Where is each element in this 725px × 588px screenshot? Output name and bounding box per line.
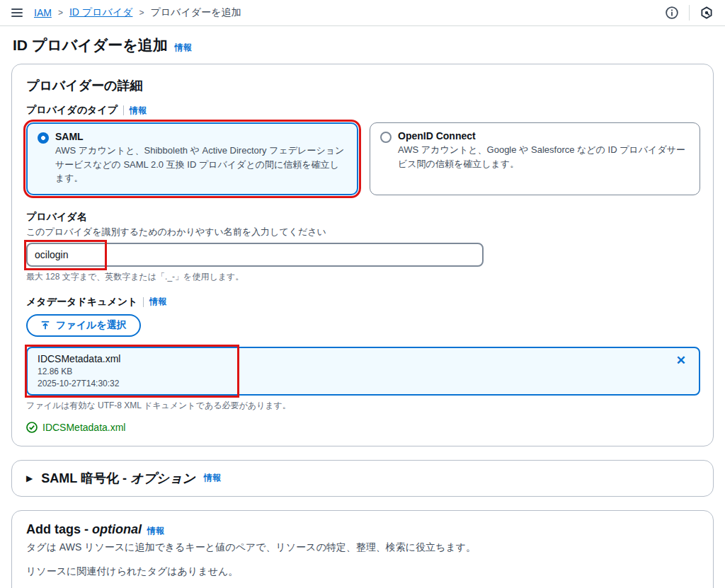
remove-file-icon[interactable]: ✕ bbox=[673, 353, 689, 368]
label-divider bbox=[143, 297, 144, 307]
radio-unselected-icon[interactable] bbox=[380, 132, 392, 143]
selected-file-timestamp: 2025-10-27T14:30:32 bbox=[38, 379, 120, 388]
provider-name-input-wrap bbox=[26, 243, 484, 267]
option-openid-text: OpenID Connect AWS アカウントと、Google や Sales… bbox=[398, 130, 690, 186]
breadcrumb-current: プロバイダーを追加 bbox=[150, 6, 241, 19]
uploaded-file-row: IDCSMetadata.xml bbox=[26, 422, 700, 433]
amazon-q-icon[interactable] bbox=[698, 4, 715, 21]
provider-details-heading: プロバイダーの詳細 bbox=[26, 77, 700, 94]
upload-icon bbox=[40, 321, 50, 330]
tags-info-link[interactable]: 情報 bbox=[147, 525, 164, 537]
page-info-link[interactable]: 情報 bbox=[175, 42, 192, 54]
selected-file-name: IDCSMetadata.xml bbox=[38, 353, 120, 364]
choose-file-label: ファイルを選択 bbox=[56, 319, 127, 332]
provider-name-hint: 最大 128 文字まで、英数字または「._-」を使用します。 bbox=[26, 271, 700, 283]
selected-file-size: 12.86 KB bbox=[38, 367, 120, 376]
breadcrumb: IAM > ID プロバイダ > プロバイダーを追加 bbox=[34, 6, 241, 19]
topbar-right-controls bbox=[663, 4, 715, 21]
provider-type-label: プロバイダのタイプ bbox=[26, 104, 118, 117]
option-saml[interactable]: SAML AWS アカウントと、Shibboleth や Active Dire… bbox=[26, 122, 358, 195]
info-icon[interactable] bbox=[663, 4, 680, 21]
option-openid-connect[interactable]: OpenID Connect AWS アカウントと、Google や Sales… bbox=[370, 122, 700, 195]
topbar-divider bbox=[689, 5, 690, 21]
option-saml-title: SAML bbox=[55, 131, 347, 142]
tags-heading-row: Add tags - optional 情報 bbox=[26, 522, 700, 537]
saml-encryption-info-link[interactable]: 情報 bbox=[204, 472, 221, 484]
provider-name-input[interactable] bbox=[26, 243, 484, 267]
page-title: ID プロバイダーを追加 bbox=[13, 35, 168, 55]
option-saml-description: AWS アカウントと、Shibboleth や Active Directory… bbox=[55, 144, 347, 185]
provider-name-label: プロバイダ名 bbox=[26, 211, 700, 224]
label-divider bbox=[123, 105, 124, 115]
metadata-hint: ファイルは有効な UTF-8 XML ドキュメントである必要があります。 bbox=[26, 400, 700, 412]
check-circle-icon bbox=[26, 422, 38, 433]
breadcrumb-iam[interactable]: IAM bbox=[34, 7, 52, 18]
provider-type-options: SAML AWS アカウントと、Shibboleth や Active Dire… bbox=[26, 122, 700, 195]
saml-encryption-card[interactable]: ▶ SAML 暗号化 - オプション 情報 bbox=[11, 460, 714, 497]
selected-file-box: IDCSMetadata.xml 12.86 KB 2025-10-27T14:… bbox=[26, 347, 700, 396]
option-saml-text: SAML AWS アカウントと、Shibboleth や Active Dire… bbox=[55, 131, 347, 185]
provider-details-card: プロバイダーの詳細 プロバイダのタイプ 情報 SAML AWS アカウントと、S… bbox=[11, 64, 714, 446]
radio-selected-icon[interactable] bbox=[38, 132, 49, 144]
provider-name-description: このプロバイダを識別するためのわかりやすい名前を入力してください bbox=[26, 226, 700, 238]
breadcrumb-separator-icon: > bbox=[58, 8, 63, 18]
saml-encryption-heading: SAML 暗号化 - オプション bbox=[41, 470, 195, 487]
tags-empty-state: リソースに関連付けられたタグはありません。 bbox=[26, 565, 700, 578]
hamburger-menu-icon[interactable] bbox=[10, 7, 24, 18]
provider-type-info-link[interactable]: 情報 bbox=[130, 105, 147, 117]
option-openid-description: AWS アカウントと、Google や Salesforce などの ID プロ… bbox=[398, 143, 690, 171]
metadata-label-row: メタデータドキュメント 情報 bbox=[26, 296, 700, 309]
provider-type-label-row: プロバイダのタイプ 情報 bbox=[26, 104, 700, 117]
selected-file-info: IDCSMetadata.xml 12.86 KB 2025-10-27T14:… bbox=[38, 353, 120, 388]
page-header: ID プロバイダーを追加 情報 bbox=[13, 35, 712, 55]
choose-file-button[interactable]: ファイルを選択 bbox=[26, 314, 141, 337]
breadcrumb-id-providers[interactable]: ID プロバイダ bbox=[69, 6, 133, 19]
tags-description: タグは AWS リソースに追加できるキーと値のペアで、リソースの特定、整理、検索… bbox=[26, 541, 700, 554]
tags-heading: Add tags - optional bbox=[26, 522, 142, 537]
uploaded-file-link[interactable]: IDCSMetadata.xml bbox=[42, 422, 125, 433]
metadata-info-link[interactable]: 情報 bbox=[149, 296, 166, 308]
breadcrumb-separator-icon: > bbox=[139, 8, 144, 18]
expand-triangle-icon[interactable]: ▶ bbox=[26, 473, 33, 483]
option-openid-title: OpenID Connect bbox=[398, 130, 690, 142]
top-navigation-bar: IAM > ID プロバイダ > プロバイダーを追加 bbox=[0, 0, 725, 26]
metadata-label: メタデータドキュメント bbox=[26, 296, 137, 309]
add-tags-card: Add tags - optional 情報 タグは AWS リソースに追加でき… bbox=[11, 510, 714, 588]
